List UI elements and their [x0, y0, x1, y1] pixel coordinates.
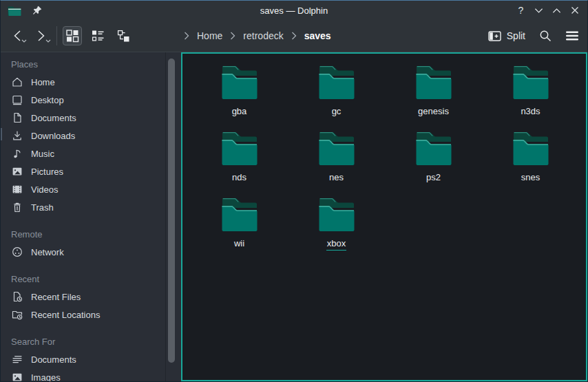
breadcrumb-chevron-icon — [184, 32, 189, 40]
breadcrumb-chevron-icon — [230, 32, 235, 40]
folder-label: gba — [231, 106, 248, 118]
sidebar-item-places-downloads[interactable]: Downloads — [11, 127, 181, 145]
sidebar-section-recent: RecentRecent FilesRecent Locations — [11, 270, 181, 323]
toolbar-separator — [56, 26, 57, 45]
sidebar-item-recent-recent-locations[interactable]: Recent Locations — [11, 306, 181, 323]
dolphin-app-icon — [8, 5, 21, 17]
sidebar-item-label: Documents — [31, 113, 76, 123]
sidebar-item-label: Videos — [31, 184, 59, 195]
breadcrumb: Homeretrodecksaves — [184, 20, 333, 52]
breadcrumb-item-retrodeck[interactable]: retrodeck — [242, 30, 284, 42]
image-icon — [11, 165, 23, 178]
network-icon — [11, 246, 23, 258]
folder-icon — [414, 65, 454, 100]
titlebar[interactable]: saves — Dolphin ? — [1, 1, 587, 20]
folder-label: snes — [521, 172, 540, 184]
trash-icon — [11, 201, 23, 213]
folder-icon — [220, 65, 260, 100]
folder-xbox[interactable]: xbox — [288, 197, 385, 263]
download-icon — [11, 129, 23, 142]
sidebar-edge-marker — [1, 128, 2, 140]
breadcrumb-item-saves[interactable]: saves — [303, 30, 333, 42]
help-button[interactable]: ? — [515, 5, 527, 17]
sidebar-item-label: Images — [31, 372, 61, 382]
folder-grid: gba gc genesis n3ds nds nes ps2 snes wii… — [182, 54, 586, 263]
forward-button[interactable] — [32, 25, 51, 46]
sidebar-item-recent-recent-files[interactable]: Recent Files — [11, 288, 181, 306]
folder-label: nes — [328, 172, 344, 184]
back-dropdown-caret-icon — [21, 33, 27, 45]
recent-folder-icon — [11, 308, 23, 321]
navigation-buttons — [8, 20, 51, 52]
document-icon — [11, 112, 23, 124]
sidebar-item-places-documents[interactable]: Documents — [11, 109, 181, 127]
places-panel: PlacesHomeDesktopDocumentsDownloadsMusic… — [1, 52, 181, 381]
forward-dropdown-caret-icon — [45, 33, 51, 45]
tree-view-button[interactable] — [114, 26, 133, 45]
sidebar-item-label: Documents — [31, 354, 76, 365]
folder-label: wii — [233, 238, 245, 250]
window-controls: ? — [515, 5, 580, 17]
sidebar-scrollbar[interactable] — [168, 59, 175, 363]
folder-icon — [220, 197, 260, 233]
sidebar-item-search-for-images[interactable]: Images — [11, 368, 181, 381]
home-icon — [11, 76, 23, 88]
sidebar-item-places-music[interactable]: Music — [11, 145, 181, 162]
folder-icon — [511, 65, 551, 100]
sidebar-item-places-home[interactable]: Home — [11, 73, 181, 91]
folder-label: n3ds — [520, 106, 540, 118]
folder-label: nds — [231, 172, 247, 184]
folder-genesis[interactable]: genesis — [385, 65, 482, 131]
sidebar-item-places-videos[interactable]: Videos — [11, 180, 181, 198]
maximize-button[interactable] — [551, 5, 563, 17]
folder-view[interactable]: gba gc genesis n3ds nds nes ps2 snes wii… — [181, 52, 587, 381]
folder-wii[interactable]: wii — [191, 197, 288, 263]
sidebar-item-places-trash[interactable]: Trash — [11, 198, 181, 216]
sidebar-item-label: Home — [31, 77, 55, 87]
menu-button[interactable] — [565, 30, 579, 41]
sidebar-section-header: Search For — [11, 332, 181, 350]
sidebar-section-header: Places — [11, 55, 181, 73]
folder-gc[interactable]: gc — [288, 65, 385, 131]
breadcrumb-chevron-icon — [291, 32, 297, 40]
folder-snes[interactable]: snes — [482, 131, 579, 197]
breadcrumb-item-home[interactable]: Home — [196, 30, 224, 42]
sidebar-item-places-pictures[interactable]: Pictures — [11, 162, 181, 180]
view-mode-buttons — [63, 20, 133, 52]
sidebar-item-remote-network[interactable]: Network — [11, 243, 181, 261]
folder-label: genesis — [417, 106, 450, 118]
details-view-button[interactable] — [88, 26, 107, 45]
folder-label: xbox — [326, 238, 346, 251]
sidebar-section-header: Remote — [11, 225, 181, 243]
video-icon — [11, 183, 23, 195]
split-button[interactable]: Split — [488, 30, 525, 41]
split-label: Split — [507, 30, 525, 41]
sidebar-section-remote: RemoteNetwork — [11, 225, 181, 261]
sidebar-item-places-desktop[interactable]: Desktop — [11, 91, 181, 109]
folder-ps2[interactable]: ps2 — [385, 131, 482, 197]
sidebar-section-header: Recent — [11, 270, 181, 288]
folder-label: gc — [331, 106, 342, 118]
icons-view-button[interactable] — [63, 26, 82, 45]
sidebar-item-search-for-documents[interactable]: Documents — [11, 350, 181, 368]
sidebar-item-label: Desktop — [31, 95, 64, 105]
sidebar-item-label: Network — [31, 247, 64, 257]
minimize-button[interactable] — [533, 5, 545, 17]
folder-nds[interactable]: nds — [191, 131, 288, 197]
folder-gba[interactable]: gba — [191, 65, 288, 131]
back-button[interactable] — [8, 25, 27, 46]
recent-file-icon — [11, 290, 23, 303]
folder-n3ds[interactable]: n3ds — [482, 65, 579, 131]
folder-nes[interactable]: nes — [288, 131, 385, 197]
split-view-icon — [488, 31, 501, 41]
close-button[interactable] — [569, 5, 580, 17]
pin-icon[interactable] — [32, 6, 42, 15]
sidebar-item-label: Pictures — [31, 167, 63, 177]
search-button[interactable] — [539, 30, 552, 42]
sidebar-section-places: PlacesHomeDesktopDocumentsDownloadsMusic… — [11, 55, 181, 216]
folder-icon — [317, 197, 357, 233]
folder-icon — [317, 131, 357, 167]
dolphin-window: saves — Dolphin ? — [0, 0, 588, 382]
text-lines-icon — [11, 353, 23, 365]
folder-icon — [511, 131, 551, 167]
